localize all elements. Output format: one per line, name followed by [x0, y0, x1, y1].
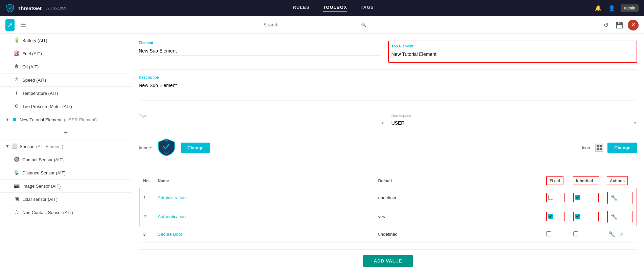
namespace-dropdown-icon: ▼	[633, 121, 637, 125]
image-preview	[156, 138, 177, 158]
top-nav: ThreatGet v20.05.1059 RULES TOOLBOX TAGS…	[0, 0, 644, 16]
sidebar-group-sensor[interactable]: ▼ ⬜ Sensor (AIT-Element)	[0, 140, 132, 153]
sidebar: 🔋 Battery (AIT) ⛽ Fuel (AIT) 🛢 Oil (AIT)…	[0, 34, 132, 274]
row1-wrench-button[interactable]: 🔧	[609, 193, 619, 202]
sidebar-item-image-sensor-label: Image Sensor (AIT)	[22, 184, 61, 189]
row2-wrench-button[interactable]: 🔧	[609, 212, 619, 221]
row2-inherited-checkbox[interactable]	[575, 214, 580, 219]
row3-fixed	[542, 226, 569, 243]
sidebar-item-image-sensor[interactable]: 📷 Image Sensor (AIT)	[0, 180, 132, 193]
second-toolbar: ↗ ☰ 🔍 ↺ 💾 ✕	[0, 16, 644, 34]
row2-inherited	[569, 207, 603, 226]
col-default: Default	[374, 174, 542, 188]
change-image-button[interactable]: Change	[181, 143, 210, 153]
row2-fixed-cell	[546, 212, 565, 221]
sidebar-item-tire-label: Tire Pressure Meter (AIT)	[22, 104, 72, 109]
sidebar-item-oil[interactable]: 🛢 Oil (AIT)	[0, 60, 132, 73]
change-icon-button[interactable]: Change	[607, 143, 637, 153]
row2-default: yes	[374, 207, 542, 226]
description-input[interactable]: New Sub Element	[139, 81, 637, 101]
sidebar-item-distance-sensor[interactable]: 📡 Distance Sensor (AIT)	[0, 166, 132, 180]
row1-fixed-checkbox[interactable]	[548, 195, 553, 200]
sidebar-item-lidar[interactable]: ▣ Lidar sensor (AIT)	[0, 193, 132, 206]
top-element-label: Top Element	[392, 44, 634, 48]
search-wrapper: 🔍	[261, 21, 369, 29]
row3-inherited	[569, 226, 603, 243]
table-row: 1 Administration undefined	[139, 188, 637, 207]
add-child-button[interactable]: +	[0, 126, 132, 140]
row3-name-link[interactable]: Secure Boot	[158, 232, 182, 237]
row3-wrench-button[interactable]: 🔧	[607, 230, 617, 239]
lidar-icon: ▣	[14, 196, 20, 202]
row2-no: 2	[139, 207, 154, 226]
add-value-row: ADD VALUE	[139, 249, 637, 272]
sidebar-item-non-contact[interactable]: ⬡ Non Contact Sensor (AIT)	[0, 206, 132, 219]
tab-toolbox[interactable]: TOOLBOX	[323, 5, 347, 12]
notification-button[interactable]: 🔔	[594, 4, 603, 13]
save-button[interactable]: 💾	[614, 19, 625, 31]
sidebar-group-new-tutorial[interactable]: ▼ ◼ New Tutorial Element (USER-Element)	[0, 113, 132, 126]
speed-icon: ⏱	[14, 77, 20, 83]
row3-inherited-checkbox[interactable]	[573, 231, 578, 236]
sidebar-item-temperature-label: Temperature (AIT)	[22, 91, 58, 96]
sidebar-item-oil-label: Oil (AIT)	[22, 64, 39, 69]
attributes-table: No. Name Default Fixed Inherited	[139, 174, 637, 243]
nav-right: 🔔 👤 admin	[594, 4, 639, 13]
sidebar-item-temperature[interactable]: 🌡 Temperature (AIT)	[0, 87, 132, 100]
sidebar-item-battery[interactable]: 🔋 Battery (AIT)	[0, 34, 132, 47]
refresh-button[interactable]: ↺	[602, 19, 611, 31]
namespace-select-wrapper: USER ▼	[392, 119, 638, 127]
image-sensor-icon: 📷	[14, 183, 20, 189]
sensor-icon: ⬜	[12, 143, 18, 149]
namespace-select[interactable]: USER	[392, 120, 634, 126]
row1-inherited-checkbox[interactable]	[575, 195, 580, 200]
app-name: ThreatGet	[18, 5, 42, 11]
menu-button[interactable]: ☰	[19, 19, 28, 31]
add-value-button[interactable]: ADD VALUE	[363, 255, 413, 267]
col-name: Name	[154, 174, 374, 188]
search-input[interactable]	[264, 22, 358, 27]
distance-sensor-icon: 📡	[14, 170, 20, 176]
image-label: Image:	[139, 145, 152, 150]
description-field: Description New Sub Element	[139, 75, 637, 101]
col-actions: Actions	[603, 174, 637, 188]
element-field: Element	[139, 41, 381, 63]
tags-dropdown-icon: ▼	[381, 121, 385, 125]
toolbar-right: ↺ 💾 ✕	[602, 19, 639, 31]
sidebar-item-contact-label: Contact Sensor (AIT)	[22, 157, 64, 162]
element-icon-svg	[596, 145, 602, 151]
external-link-button[interactable]: ↗	[5, 19, 15, 31]
row2-fixed-checkbox[interactable]	[548, 214, 553, 219]
app-logo	[5, 3, 15, 13]
admin-badge: admin	[621, 4, 639, 12]
row1-actions: 🔧	[603, 188, 637, 207]
table-row: 2 Authentication yes	[139, 207, 637, 226]
row3-fixed-checkbox[interactable]	[546, 231, 551, 236]
fixed-header-highlight: Fixed	[546, 176, 563, 185]
row1-name-link[interactable]: Administration	[158, 195, 185, 200]
sidebar-item-speed[interactable]: ⏱ Speed (AIT)	[0, 73, 132, 87]
element-input[interactable]	[139, 46, 381, 56]
icon-preview	[595, 144, 603, 152]
row2-name-link[interactable]: Authentication	[158, 214, 185, 219]
sidebar-item-contact-sensor[interactable]: 🔘 Contact Sensor (AIT)	[0, 153, 132, 166]
main-layout: 🔋 Battery (AIT) ⛽ Fuel (AIT) 🛢 Oil (AIT)…	[0, 34, 644, 274]
divider-1	[139, 69, 637, 70]
tab-rules[interactable]: RULES	[293, 5, 310, 12]
row2-actions-cell: 🔧	[607, 211, 632, 223]
close-button[interactable]: ✕	[628, 20, 639, 30]
divider-2	[139, 108, 637, 108]
inherited-header-highlight: Inherited	[573, 176, 599, 185]
tab-tags[interactable]: TAGS	[361, 5, 374, 12]
sidebar-item-non-contact-label: Non Contact Sensor (AIT)	[22, 210, 73, 215]
sidebar-item-tire[interactable]: ⚙ Tire Pressure Meter (AIT)	[0, 100, 132, 113]
row1-actions-cell: 🔧	[607, 192, 632, 204]
user-circle-button[interactable]: 👤	[607, 4, 617, 13]
top-element-input[interactable]	[392, 49, 634, 59]
row3-actions: 🔧 ✕	[603, 226, 637, 243]
logo-area: ThreatGet v20.05.1059	[5, 3, 73, 13]
tags-select[interactable]	[139, 120, 381, 126]
table-row: 3 Secure Boot undefined 🔧	[139, 226, 637, 243]
row3-delete-button[interactable]: ✕	[618, 230, 625, 239]
sidebar-item-fuel[interactable]: ⛽ Fuel (AIT)	[0, 47, 132, 60]
